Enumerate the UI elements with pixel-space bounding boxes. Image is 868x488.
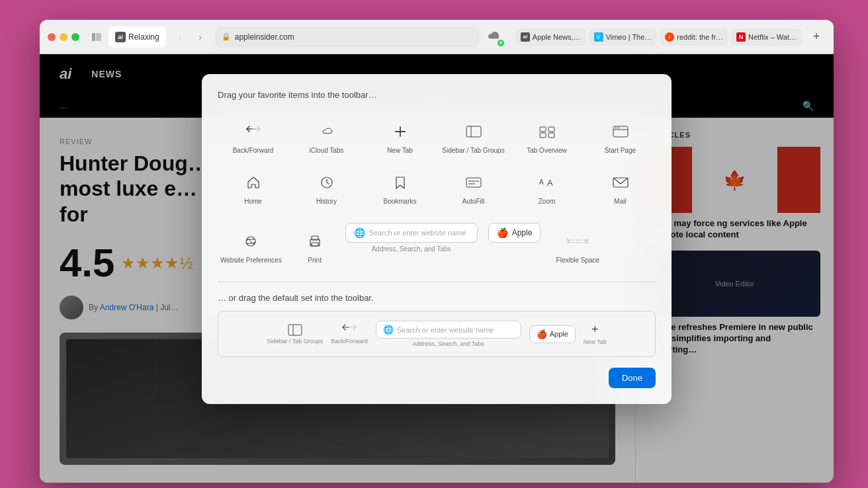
toolbar-item-back-forward-label: Back/Forward (233, 146, 274, 155)
modal-instruction: Drag your favorite items into the toolba… (218, 90, 656, 100)
icloud-tabs-icon (315, 120, 339, 143)
default-sidebar-icon (288, 324, 302, 336)
back-button[interactable]: ‹ (171, 28, 190, 46)
add-tab-button[interactable]: + (807, 28, 826, 46)
toolbar-item-bookmarks[interactable]: Bookmarks (365, 164, 435, 212)
toolbar-item-autofill-label: AutoFill (462, 197, 484, 206)
traffic-lights (48, 33, 79, 41)
toolbar-item-home[interactable]: Home (218, 164, 288, 212)
toolbar-item-bookmarks-label: Bookmarks (383, 197, 416, 206)
default-backforward-label: Back/Forward (331, 338, 368, 345)
toolbar-item-history-label: History (316, 197, 337, 206)
toolbar-item-autofill[interactable]: AutoFill (438, 164, 509, 212)
forward-button[interactable]: › (191, 28, 210, 46)
toolbar-item-zoom[interactable]: A A Zoom (511, 164, 582, 212)
toolbar-item-mail[interactable]: Mail (585, 164, 656, 212)
svg-rect-9 (548, 133, 554, 138)
active-tab[interactable]: ai Relaxing (108, 26, 166, 48)
svg-rect-8 (540, 133, 546, 138)
new-tab-icon (388, 120, 412, 143)
svg-rect-0 (92, 33, 95, 41)
search-bar-subtitle: Address, Search, and Tabs (372, 245, 451, 253)
bookmark-apple-news[interactable]: ai Apple News,… (515, 28, 586, 46)
toolbar-item-start-page-label: Start Page (605, 146, 636, 155)
browser-window: ai Relaxing ‹ › 🔒 appleinsider.com + ai … (40, 20, 834, 483)
default-search-subtitle: Address, Search, and Tabs (413, 341, 484, 347)
cloud-plus-button[interactable]: + (485, 27, 505, 47)
bookmark-netflix[interactable]: N Netflix – Wat… (731, 28, 802, 46)
bookmark-reddit[interactable]: r reddit: the fr… (660, 28, 728, 46)
vimeo-favicon: V (594, 32, 603, 42)
address-bar[interactable]: 🔒 appleinsider.com (215, 26, 480, 48)
netflix-favicon: N (736, 32, 746, 42)
svg-rect-7 (548, 127, 554, 132)
website-prefs-icon (239, 229, 263, 253)
default-apple-btn[interactable]: 🍎 Apple (529, 325, 576, 343)
svg-point-13 (618, 128, 619, 129)
default-backforward-item[interactable]: Back/Forward (331, 324, 368, 345)
apple-btn-demo[interactable]: 🍎 Apple (488, 223, 541, 243)
search-bar-demo[interactable]: 🌐 Search or enter website name (345, 223, 478, 243)
toolbar-item-start-page[interactable]: Start Page (585, 113, 656, 161)
toolbar-item-website-prefs[interactable]: Website Preferences (218, 223, 284, 271)
toolbar-item-new-tab-label: New Tab (387, 146, 413, 155)
default-set-label: … or drag the default set into the toolb… (218, 293, 656, 303)
toolbar-item-flexible-space[interactable]: Flexible Space (551, 223, 604, 271)
reddit-favicon: r (665, 32, 674, 42)
svg-rect-27 (567, 240, 588, 243)
toolbar-item-icloud-tabs[interactable]: iCloud Tabs (291, 113, 362, 161)
zoom-icon: A A (535, 171, 559, 194)
toolbar-item-new-tab[interactable]: New Tab (365, 113, 435, 161)
bookmarks-bar: ai Apple News,… V Vimeo | The… r reddit:… (515, 28, 802, 46)
toolbar-item-icloud-label: iCloud Tabs (309, 146, 343, 155)
print-icon (303, 229, 327, 253)
titlebar: ai Relaxing ‹ › 🔒 appleinsider.com + ai … (40, 20, 834, 54)
toolbar-item-sidebar[interactable]: Sidebar / Tab Groups (438, 113, 509, 161)
svg-rect-6 (540, 127, 546, 132)
toolbar-item-sidebar-label: Sidebar / Tab Groups (442, 146, 504, 155)
apple-news-favicon: ai (521, 32, 530, 42)
svg-text:A: A (547, 178, 553, 188)
maximize-button[interactable] (71, 33, 79, 41)
apple-button-group: 🍎 Apple (488, 223, 541, 243)
done-button[interactable]: Done (609, 368, 656, 388)
svg-text:A: A (539, 179, 544, 186)
tab-title: Relaxing (128, 32, 159, 42)
default-sidebar-item[interactable]: Sidebar / Tab Groups (267, 324, 323, 345)
toolbar-items-grid: Back/Forward iCloud Tabs (218, 113, 656, 212)
default-backforward-icon (340, 324, 359, 336)
svg-point-12 (615, 128, 617, 129)
toolbar-item-zoom-label: Zoom (539, 197, 556, 206)
search-bar-group: 🌐 Search or enter website name Address, … (345, 223, 478, 253)
sidebar-toggle-icon[interactable] (90, 30, 103, 44)
toolbar-item-print-label: Print (308, 256, 322, 264)
bookmark-vimeo[interactable]: V Vimeo | The… (589, 28, 658, 46)
default-toolbar-preview: Sidebar / Tab Groups Back/Forward (218, 311, 656, 357)
toolbar-item-tab-overview[interactable]: Tab Overview (511, 113, 582, 161)
modal-overlay: Drag your favorite items into the toolba… (40, 54, 834, 483)
default-apple-item[interactable]: 🍎 Apple (529, 325, 576, 343)
toolbar-item-back-forward[interactable]: Back/Forward (218, 113, 288, 161)
bookmark-reddit-label: reddit: the fr… (677, 33, 723, 41)
minimize-button[interactable] (60, 33, 67, 41)
tab-overview-icon (535, 120, 559, 143)
nav-buttons: ‹ › (171, 28, 210, 46)
default-search-text: Search or enter website name (397, 326, 494, 334)
modal-footer: Done (218, 368, 656, 388)
svg-rect-26 (312, 243, 318, 246)
close-button[interactable] (48, 33, 56, 41)
apple-logo-icon: 🍎 (497, 227, 508, 238)
default-apple-label: Apple (550, 330, 568, 338)
toolbar-item-print[interactable]: Print (295, 223, 335, 271)
bookmark-apple-news-label: Apple News,… (533, 33, 581, 41)
toolbar-item-history[interactable]: History (291, 164, 362, 212)
plus-badge: + (497, 39, 505, 47)
toolbar-customization-modal: Drag your favorite items into the toolba… (202, 74, 672, 404)
toolbar-row-2: Website Preferences Print (218, 223, 656, 271)
svg-rect-4 (466, 126, 481, 137)
plus-icon: + (591, 323, 599, 337)
default-newtab-item[interactable]: + New Tab (584, 323, 607, 345)
default-search-bar[interactable]: 🌐 Search or enter website name (376, 321, 521, 339)
default-search-item[interactable]: 🌐 Search or enter website name Address, … (376, 321, 521, 347)
toolbar-item-tab-overview-label: Tab Overview (527, 146, 567, 155)
